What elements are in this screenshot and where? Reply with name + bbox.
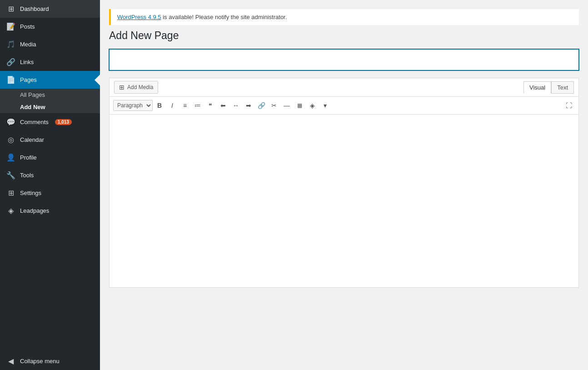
page-title-input-wrap (109, 49, 579, 70)
align-left-button[interactable]: ⬅ (217, 100, 229, 111)
sidebar-item-media[interactable]: 🎵 Media (0, 35, 100, 53)
sidebar: ⊞ Dashboard 📝 Posts 🎵 Media 🔗 Links 📄 Pa… (0, 0, 100, 370)
editor-tabs: Visual Text (523, 81, 574, 94)
sidebar-item-posts[interactable]: 📝 Posts (0, 18, 100, 35)
collapse-label: Collapse menu (20, 358, 60, 365)
paragraph-select[interactable]: Paragraph Heading 1 Heading 2 Heading 3 (113, 100, 153, 111)
insert-link-button[interactable]: 🔗 (255, 100, 267, 111)
comments-badge: 1,013 (55, 119, 72, 125)
sidebar-subitem-add-new[interactable]: Add New (0, 101, 100, 113)
tools-icon: 🔧 (6, 171, 15, 180)
sidebar-item-label: Posts (20, 23, 35, 30)
sidebar-item-pages[interactable]: 📄 Pages (0, 71, 100, 89)
sidebar-item-label: Pages (20, 76, 37, 83)
sidebar-item-label: Dashboard (20, 5, 49, 12)
sidebar-item-links[interactable]: 🔗 Links (0, 53, 100, 71)
sidebar-item-label: Calendar (20, 136, 44, 143)
ordered-list-button[interactable]: ≔ (192, 100, 204, 111)
sidebar-item-label: Leadpages (20, 207, 49, 214)
tab-visual[interactable]: Visual (523, 81, 551, 94)
layers-button[interactable]: ◈ (306, 100, 318, 111)
bold-button[interactable]: B (154, 100, 165, 111)
sidebar-collapse-menu[interactable]: ◀ Collapse menu (0, 352, 100, 370)
sidebar-item-settings[interactable]: ⊞ Settings (0, 184, 100, 202)
horizontal-rule-button[interactable]: — (281, 100, 293, 111)
sidebar-item-label: Profile (20, 154, 37, 161)
sidebar-item-label: Comments (20, 119, 49, 125)
align-center-button[interactable]: ↔ (230, 100, 242, 111)
add-media-button[interactable]: ⊞ Add Media (114, 81, 158, 94)
sidebar-item-label: Media (20, 41, 36, 48)
align-right-button[interactable]: ➡ (243, 100, 254, 111)
posts-icon: 📝 (6, 22, 15, 31)
more-options-button[interactable]: ▾ (319, 100, 331, 111)
sidebar-item-profile[interactable]: 👤 Profile (0, 149, 100, 166)
sidebar-item-calendar[interactable]: ◎ Calendar (0, 131, 100, 149)
editor-content-area[interactable] (110, 115, 578, 287)
pages-submenu: All Pages Add New (0, 89, 100, 113)
media-icon: 🎵 (6, 40, 15, 49)
update-notice: WordPress 4.9.5 is available! Please not… (109, 9, 579, 25)
format-toolbar: Paragraph Heading 1 Heading 2 Heading 3 … (110, 97, 578, 115)
profile-icon: 👤 (6, 153, 15, 162)
page-title: Add New Page (109, 30, 579, 42)
italic-button[interactable]: I (166, 100, 178, 111)
wordpress-update-link[interactable]: WordPress 4.9.5 (117, 14, 161, 20)
settings-icon: ⊞ (6, 189, 15, 197)
editor-toolbar-top: ⊞ Add Media Visual Text (110, 78, 578, 97)
add-media-label: Add Media (127, 84, 153, 90)
unlink-button[interactable]: ✂ (268, 100, 280, 111)
sidebar-item-label: Links (20, 59, 34, 65)
sidebar-item-comments[interactable]: 💬 Comments 1,013 (0, 113, 100, 131)
table-button[interactable]: ▦ (294, 100, 305, 111)
active-arrow (95, 75, 100, 85)
sidebar-subitem-all-pages[interactable]: All Pages (0, 89, 100, 101)
fullscreen-button[interactable]: ⛶ (563, 100, 575, 111)
sidebar-item-label: Tools (20, 172, 34, 179)
add-media-icon: ⊞ (119, 84, 125, 91)
leadpages-icon: ◈ (6, 206, 15, 215)
sidebar-item-label: Settings (20, 190, 41, 196)
collapse-icon: ◀ (6, 357, 15, 365)
main-content: WordPress 4.9.5 is available! Please not… (100, 0, 588, 370)
dashboard-icon: ⊞ (6, 5, 15, 13)
blockquote-button[interactable]: ❝ (204, 100, 216, 111)
links-icon: 🔗 (6, 58, 15, 66)
calendar-icon: ◎ (6, 135, 15, 144)
tab-text[interactable]: Text (551, 81, 574, 94)
notice-text: is available! Please notify the site adm… (161, 14, 287, 20)
sidebar-item-leadpages[interactable]: ◈ Leadpages (0, 202, 100, 220)
page-title-input[interactable] (110, 50, 578, 70)
sidebar-item-tools[interactable]: 🔧 Tools (0, 166, 100, 184)
editor-wrap: ⊞ Add Media Visual Text Paragraph Headin… (109, 78, 579, 288)
comments-icon: 💬 (6, 118, 15, 126)
pages-icon: 📄 (6, 75, 15, 84)
sidebar-item-dashboard[interactable]: ⊞ Dashboard (0, 0, 100, 18)
unordered-list-button[interactable]: ≡ (179, 100, 191, 111)
